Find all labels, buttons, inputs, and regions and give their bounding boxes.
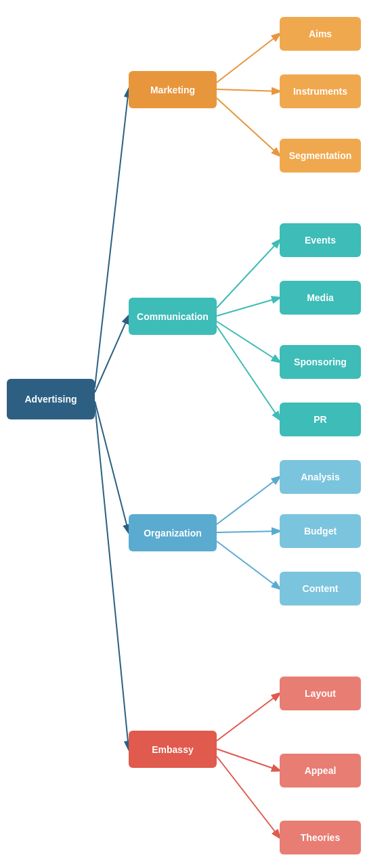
node-content: Content <box>280 572 361 606</box>
diagram-container: Advertising Marketing Aims Instruments S… <box>0 0 388 868</box>
svg-line-3 <box>95 405 129 749</box>
node-advertising: Advertising <box>7 379 95 419</box>
svg-line-7 <box>217 240 280 308</box>
node-layout: Layout <box>280 677 361 710</box>
svg-line-1 <box>95 316 129 392</box>
svg-line-11 <box>217 477 280 524</box>
node-analysis: Analysis <box>280 460 361 494</box>
svg-line-4 <box>217 34 280 83</box>
node-sponsoring: Sponsoring <box>280 345 361 379</box>
node-theories: Theories <box>280 821 361 854</box>
node-organization: Organization <box>129 514 217 551</box>
svg-line-2 <box>95 401 129 532</box>
svg-line-9 <box>217 321 280 362</box>
node-instruments: Instruments <box>280 74 361 108</box>
node-budget: Budget <box>280 514 361 548</box>
svg-line-15 <box>217 749 280 771</box>
node-events: Events <box>280 223 361 257</box>
svg-line-13 <box>217 541 280 589</box>
svg-line-12 <box>217 531 280 532</box>
svg-line-0 <box>95 89 129 388</box>
svg-line-16 <box>217 756 280 838</box>
svg-line-10 <box>217 326 280 419</box>
svg-line-5 <box>217 89 280 91</box>
svg-line-6 <box>217 98 280 156</box>
node-pr: PR <box>280 403 361 436</box>
node-aims: Aims <box>280 17 361 51</box>
node-media: Media <box>280 281 361 315</box>
svg-line-8 <box>217 298 280 316</box>
node-segmentation: Segmentation <box>280 139 361 173</box>
node-appeal: Appeal <box>280 754 361 787</box>
node-communication: Communication <box>129 298 217 335</box>
svg-line-14 <box>217 693 280 741</box>
node-marketing: Marketing <box>129 71 217 108</box>
node-embassy: Embassy <box>129 731 217 768</box>
